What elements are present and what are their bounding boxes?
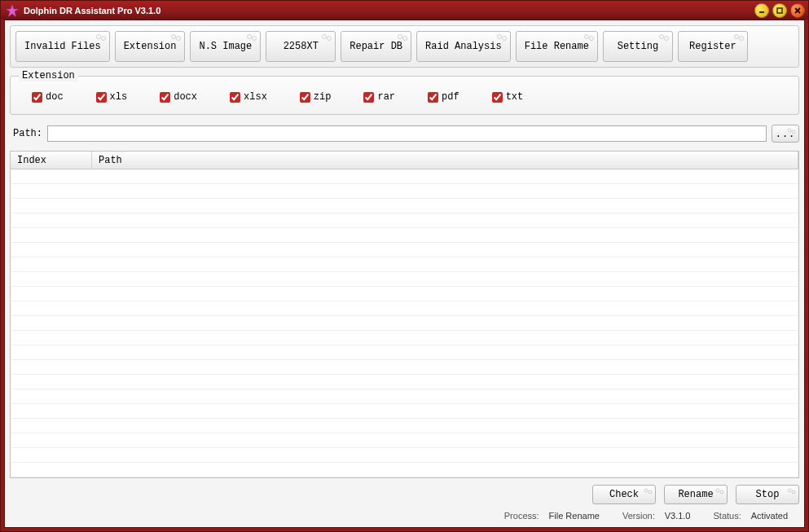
table-row[interactable] (11, 404, 798, 419)
toolbar-button-raid-analysis[interactable]: Raid Analysis (416, 31, 511, 62)
toolbar-button-label: Setting (618, 41, 658, 52)
table-row[interactable] (11, 301, 798, 316)
rename-button[interactable]: Rename (664, 485, 728, 504)
extension-label: doc (46, 91, 64, 103)
table-row[interactable] (11, 331, 798, 345)
decoration-icon (397, 33, 408, 42)
svg-rect-2 (777, 8, 782, 13)
toolbar-button-setting[interactable]: Setting (603, 31, 673, 62)
extension-checkbox-xlsx[interactable] (230, 92, 240, 103)
svg-point-6 (101, 37, 105, 41)
svg-point-23 (788, 129, 791, 132)
app-window: Dolphin DR Assistant Pro V3.1.0 Invalid … (0, 0, 809, 532)
table-row[interactable] (11, 213, 798, 228)
svg-point-16 (502, 37, 506, 41)
minimize-button[interactable] (754, 3, 769, 18)
check-button[interactable]: Check (592, 485, 656, 504)
extension-zip[interactable]: zip (300, 91, 332, 103)
extension-label: xlsx (244, 91, 267, 103)
toolbar-button-label: Invalid Files (24, 41, 101, 52)
extension-group: Extension docxlsdocxxlsxziprarpdftxt (10, 76, 799, 115)
toolbar-button-invalid-files[interactable]: Invalid Files (15, 31, 110, 62)
path-label: Path: (10, 128, 42, 139)
table-row[interactable] (11, 257, 798, 272)
close-button[interactable] (790, 3, 805, 18)
table-body[interactable] (11, 169, 798, 477)
extension-docx[interactable]: docx (160, 91, 197, 103)
table-row[interactable] (11, 228, 798, 243)
toolbar-button-register[interactable]: Register (678, 31, 748, 62)
table-row[interactable] (11, 389, 798, 404)
maximize-button[interactable] (772, 3, 787, 18)
toolbar-button-2258xt[interactable]: 2258XT (266, 31, 336, 62)
extension-checkbox-rar[interactable] (363, 92, 374, 103)
toolbar-button-repair-db[interactable]: Repair DB (341, 31, 411, 62)
extension-xlsx[interactable]: xlsx (230, 91, 267, 103)
extension-label: zip (314, 91, 332, 103)
table-row[interactable] (11, 463, 798, 477)
table-row[interactable] (11, 433, 798, 448)
version-label: Version: (622, 511, 655, 521)
svg-point-10 (253, 37, 257, 41)
table-row[interactable] (11, 419, 798, 433)
table-row[interactable] (11, 316, 798, 331)
table-row[interactable] (11, 375, 798, 389)
extension-checkbox-xls[interactable] (96, 92, 107, 103)
extension-checkbox-txt[interactable] (492, 92, 503, 103)
table-row[interactable] (11, 243, 798, 257)
titlebar[interactable]: Dolphin DR Assistant Pro V3.1.0 (1, 1, 808, 20)
status-state: Status: Activated (714, 511, 789, 521)
svg-point-24 (792, 130, 795, 134)
toolbar: Invalid FilesExtensionN.S Image2258XTRep… (10, 25, 799, 68)
column-path[interactable]: Path (92, 152, 798, 169)
table-row[interactable] (11, 199, 798, 213)
extension-txt[interactable]: txt (492, 91, 524, 103)
svg-marker-0 (6, 4, 19, 17)
table-header: Index Path (11, 152, 798, 169)
svg-point-25 (644, 489, 648, 492)
table-row[interactable] (11, 184, 798, 199)
table-row[interactable] (11, 169, 798, 184)
client-area: Invalid FilesExtensionN.S Image2258XTRep… (4, 20, 805, 528)
version-value: V3.1.0 (665, 511, 691, 521)
toolbar-button-label: N.S Image (199, 41, 252, 52)
decoration-icon (321, 33, 332, 42)
toolbar-button-n-s-image[interactable]: N.S Image (190, 31, 261, 62)
extension-xls[interactable]: xls (96, 91, 128, 103)
table-row[interactable] (11, 345, 798, 360)
svg-point-26 (649, 490, 652, 494)
toolbar-button-label: File Rename (525, 41, 589, 52)
stop-button[interactable]: Stop (736, 485, 799, 504)
status-value: Activated (751, 511, 788, 521)
svg-point-11 (323, 35, 327, 39)
decoration-icon (95, 33, 107, 42)
table-row[interactable] (11, 448, 798, 463)
extension-rar[interactable]: rar (363, 91, 395, 103)
browse-button[interactable]: ... (772, 125, 799, 143)
extension-label: txt (506, 91, 524, 103)
svg-point-17 (584, 35, 588, 39)
path-input[interactable] (47, 125, 767, 142)
extension-checkbox-doc[interactable] (32, 92, 42, 103)
path-row: Path: ... (10, 125, 799, 143)
column-index[interactable]: Index (11, 152, 92, 169)
statusbar: Process: File Rename Version: V3.1.0 Sta… (10, 504, 799, 522)
extension-checkbox-docx[interactable] (160, 92, 170, 103)
extension-pdf[interactable]: pdf (428, 91, 459, 103)
extension-label: docx (174, 91, 197, 103)
table-row[interactable] (11, 360, 798, 375)
table-row[interactable] (11, 287, 798, 301)
svg-point-15 (497, 35, 501, 39)
svg-point-12 (328, 37, 332, 41)
decoration-icon (496, 33, 508, 42)
extension-checkbox-pdf[interactable] (428, 92, 438, 103)
status-version: Version: V3.1.0 (622, 511, 691, 521)
action-buttons: Check Rename Stop (10, 485, 799, 504)
extension-doc[interactable]: doc (32, 91, 64, 103)
extension-checkbox-zip[interactable] (300, 92, 310, 103)
toolbar-button-extension[interactable]: Extension (115, 31, 186, 62)
rename-label: Rename (678, 489, 713, 500)
toolbar-button-file-rename[interactable]: File Rename (516, 31, 598, 62)
toolbar-button-label: Raid Analysis (425, 41, 502, 52)
table-row[interactable] (11, 272, 798, 287)
